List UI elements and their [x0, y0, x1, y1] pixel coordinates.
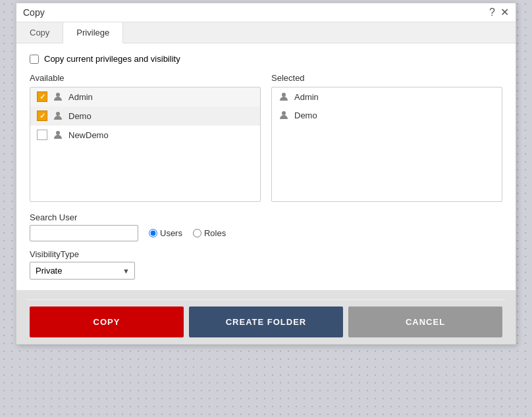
footer-buttons: COPY CREATE FOLDER CANCEL [27, 299, 505, 337]
copy-privileges-row: Copy current privileges and visibility [30, 54, 502, 64]
title-bar: Copy ? ✕ [16, 3, 516, 22]
svg-point-0 [56, 93, 60, 97]
visibility-section: VisibilityType Private Public ▼ [30, 249, 502, 280]
tab-privilege[interactable]: Privilege [63, 22, 123, 43]
search-input[interactable] [30, 225, 138, 241]
visibility-select[interactable]: Private Public [30, 262, 135, 280]
selected-column: Selected Admin Demo [271, 73, 502, 202]
footer: COPY CREATE FOLDER CANCEL [16, 290, 516, 344]
item-admin-label: Admin [68, 92, 93, 102]
selected-item: Demo [272, 106, 502, 124]
title-bar-icons: ? ✕ [489, 7, 509, 18]
svg-point-3 [282, 93, 286, 97]
available-label: Available [30, 73, 261, 83]
svg-point-4 [282, 111, 286, 115]
tab-copy[interactable]: Copy [16, 22, 63, 43]
columns: Available Admin [30, 73, 502, 202]
dialog-title: Copy [23, 7, 45, 18]
search-label: Search User [30, 212, 502, 222]
selected-demo-label: Demo [294, 110, 317, 120]
search-row: Users Roles [30, 225, 502, 241]
radio-users[interactable]: Users [149, 228, 182, 238]
cancel-button[interactable]: CANCEL [348, 307, 502, 337]
visibility-select-wrapper: Private Public ▼ [30, 262, 135, 280]
item-newdemo-label: NewDemo [68, 130, 109, 140]
radio-users-label: Users [160, 228, 182, 238]
dialog-body: Copy current privileges and visibility A… [16, 43, 516, 290]
list-item[interactable]: Demo [30, 107, 260, 126]
checkbox-newdemo[interactable] [37, 130, 47, 140]
copy-dialog: Copy ? ✕ Copy Privilege Copy current pri… [16, 3, 516, 345]
visibility-label: VisibilityType [30, 249, 502, 259]
user-icon [279, 110, 289, 120]
list-item[interactable]: Admin [30, 87, 260, 107]
user-icon [279, 91, 289, 102]
selected-label: Selected [271, 73, 502, 83]
svg-point-2 [56, 131, 60, 135]
checkbox-admin[interactable] [37, 91, 47, 102]
available-column: Available Admin [30, 73, 261, 202]
item-demo-label: Demo [68, 111, 92, 121]
radio-group: Users Roles [149, 228, 226, 238]
selected-list: Admin Demo [271, 87, 502, 202]
help-icon[interactable]: ? [489, 7, 495, 18]
tab-bar: Copy Privilege [16, 22, 516, 43]
checkbox-demo[interactable] [37, 110, 47, 121]
radio-roles[interactable]: Roles [193, 228, 226, 238]
search-section: Search User Users Roles [30, 212, 502, 241]
svg-point-1 [56, 112, 60, 116]
radio-roles-label: Roles [204, 228, 226, 238]
user-icon [53, 110, 63, 121]
list-item[interactable]: NewDemo [30, 126, 260, 145]
selected-item: Admin [272, 87, 502, 106]
close-icon[interactable]: ✕ [500, 7, 509, 18]
available-list: Admin Demo [30, 87, 261, 202]
copy-button[interactable]: COPY [30, 307, 184, 337]
create-folder-button[interactable]: CREATE FOLDER [189, 307, 343, 337]
copy-privileges-label: Copy current privileges and visibility [44, 54, 180, 64]
copy-privileges-checkbox[interactable] [30, 55, 39, 64]
user-icon [53, 130, 63, 140]
selected-admin-label: Admin [294, 92, 319, 102]
user-icon [53, 91, 63, 102]
